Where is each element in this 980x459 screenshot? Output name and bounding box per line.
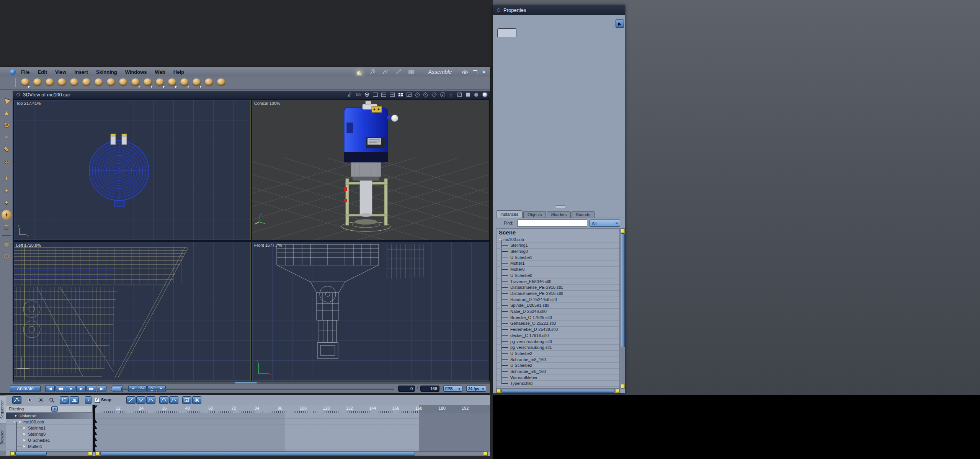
go-start-button[interactable]: I◀ [45, 385, 55, 392]
expanded-triangle-icon[interactable]: ▼ [13, 420, 16, 423]
animation-curves-button[interactable] [12, 396, 21, 404]
animate-button[interactable]: Animate [10, 385, 41, 392]
layout-hsplit-icon[interactable] [381, 92, 387, 98]
wrench-tools-icon[interactable] [368, 68, 377, 76]
key-group-button[interactable] [182, 396, 191, 404]
curve-smooth-button[interactable] [126, 396, 136, 404]
rewind-button[interactable]: ◀◀ [56, 385, 65, 392]
scene-list-item[interactable]: Handrad_D-25244stl.stl0 [497, 296, 619, 303]
sequencer-root-row[interactable]: ▼ ▶ mc100.cob [6, 419, 93, 425]
viewport-front[interactable]: Front 1677.7% [252, 242, 489, 381]
scrollbar-cap[interactable] [88, 452, 92, 456]
sphere-tool-icon[interactable]: ● [2, 132, 11, 142]
tab-shaders[interactable]: Shaders [547, 211, 571, 218]
primitive-tool-icon[interactable] [94, 78, 103, 88]
scene-list-item[interactable]: U-Scheibe2 [497, 351, 619, 357]
window-menu-icon[interactable] [497, 8, 500, 12]
curve-bezier-button[interactable] [169, 396, 178, 404]
collapsed-triangle-icon[interactable]: ▶ [23, 438, 26, 442]
panel-expand-button[interactable]: ▶ [616, 20, 624, 28]
tab-sequencer[interactable]: Sequencer [0, 396, 6, 423]
snap-checkbox[interactable] [95, 398, 100, 403]
primitive-tool-icon[interactable] [33, 78, 42, 88]
primitive-tool-icon[interactable] [217, 78, 225, 88]
scrollbar-handle[interactable] [235, 382, 257, 384]
scene-list-item[interactable]: Typenschild [497, 381, 619, 387]
scene-list-item[interactable]: Schraube_m8_160 [497, 356, 619, 363]
total-frames-field[interactable]: 168 [420, 386, 439, 392]
expand-button[interactable]: « [85, 396, 91, 404]
scene-list-item[interactable]: Distanzhuelse_PE-2918.stl0 [497, 291, 619, 297]
scene-list-item[interactable]: pg-verschraubung.stl1 [497, 345, 619, 351]
primitive-tool-icon[interactable] [192, 78, 201, 88]
scrollbar-handle[interactable] [621, 233, 625, 347]
link-objects-icon[interactable] [347, 92, 353, 98]
keyframe-marker-icon[interactable] [95, 444, 97, 447]
timeline-ruler-overflow[interactable] [419, 405, 490, 413]
sequencer-tree-row[interactable]: ▶ Mutter1 [6, 443, 93, 449]
view-up-icon[interactable]: ▲ [439, 92, 446, 98]
glue-tool-icon[interactable]: ∞ [2, 157, 11, 167]
keyframe-marker-icon[interactable] [95, 420, 97, 423]
scrollbar-cap[interactable] [10, 452, 15, 456]
zoom-icon[interactable] [48, 397, 55, 404]
scene-list-item[interactable]: Gehaeuse_C-25223.stl0 [497, 321, 619, 327]
scrollbar-cap[interactable] [95, 452, 100, 456]
current-frame-field[interactable]: 0 [398, 386, 415, 392]
shaded-render-icon[interactable] [482, 92, 488, 98]
menu-item[interactable]: Web [155, 69, 165, 75]
scene-list-item[interactable]: Schraube_m8_160 [497, 369, 619, 375]
3dview-titlebar[interactable]: 3DView of mc100.car ▲ △ [13, 91, 490, 99]
curve-linear-button[interactable] [136, 396, 145, 404]
camera-tool-icon[interactable]: ◉ [2, 239, 11, 249]
expanded-triangle-icon[interactable]: ▼ [498, 238, 501, 241]
properties-titlebar[interactable]: Properties [493, 5, 625, 15]
panel-splitter-handle[interactable] [555, 205, 566, 208]
menu-item[interactable]: Skinning [96, 69, 117, 75]
hand-navigate-icon[interactable] [355, 68, 364, 76]
scene-list-item[interactable]: Bruecke_C-17925.stl0 [497, 314, 619, 321]
primitive-tool-icon[interactable] [57, 78, 66, 88]
menu-item[interactable]: Windows [125, 69, 147, 75]
scrollbar-cap[interactable] [621, 229, 625, 233]
menu-item[interactable]: File [21, 69, 29, 75]
scrollbar-cap[interactable] [497, 389, 501, 393]
playhead-icon[interactable] [95, 405, 98, 409]
properties-empty-tab[interactable] [497, 28, 516, 37]
find-filter-dropdown[interactable]: All « [590, 220, 620, 227]
scene-list-item[interactable]: Mutter1 [497, 260, 619, 267]
keyframe-marker-icon[interactable] [95, 438, 97, 441]
orbit-a-icon[interactable] [414, 92, 420, 98]
key-burst-button[interactable] [192, 396, 201, 404]
scene-list-item[interactable]: U-Scheibe0 [497, 273, 619, 279]
primitive-tool-icon[interactable] [70, 78, 78, 88]
close-icon[interactable]: × [482, 70, 485, 74]
rotate-tool-icon[interactable]: ↻ [2, 120, 11, 130]
timeline-horizontal-scrollbar[interactable] [95, 451, 488, 456]
viewport-left[interactable]: Left 1728.8% z [14, 242, 251, 381]
app-logo-icon[interactable] [10, 69, 16, 75]
primitive-tool-icon[interactable] [155, 78, 164, 88]
navigate-tool-icon[interactable]: + [2, 210, 11, 220]
collapsed-triangle-icon[interactable]: ▶ [23, 444, 26, 448]
sequencer-tree-row[interactable]: ▶ U-Scheibe1 [6, 437, 93, 443]
universe-row[interactable]: ▼ Universe [6, 413, 93, 419]
cameras-icon[interactable] [355, 92, 361, 98]
pencil-tool-icon[interactable]: ✎ [2, 145, 11, 155]
scene-list-item[interactable]: U-Scheibe2 [497, 363, 619, 369]
collapsed-triangle-icon[interactable]: ▶ [19, 420, 21, 423]
view-horizontal-scrollbar[interactable] [13, 381, 490, 384]
tab-browser[interactable]: Browser [0, 424, 6, 451]
scrollbar-handle[interactable] [15, 452, 47, 456]
scene-list-item[interactable]: deckel_C-17916.stl0 [497, 333, 619, 339]
scrollbar-cap[interactable] [483, 452, 487, 456]
keyframe-marker-icon[interactable] [95, 426, 97, 429]
sequencer-tree-row[interactable]: ▶ Stellring0 [6, 431, 93, 437]
layout-quad-icon[interactable] [397, 92, 403, 98]
scene-root-row[interactable]: ▼ mc100.cob [497, 236, 619, 243]
scene-list-item[interactable]: Warnaufkleber [497, 374, 619, 381]
wire-cube-icon[interactable] [456, 92, 462, 98]
curve-arc-button[interactable] [146, 396, 155, 404]
menu-item[interactable]: View [55, 69, 66, 75]
orbit-b-icon[interactable] [423, 92, 429, 98]
